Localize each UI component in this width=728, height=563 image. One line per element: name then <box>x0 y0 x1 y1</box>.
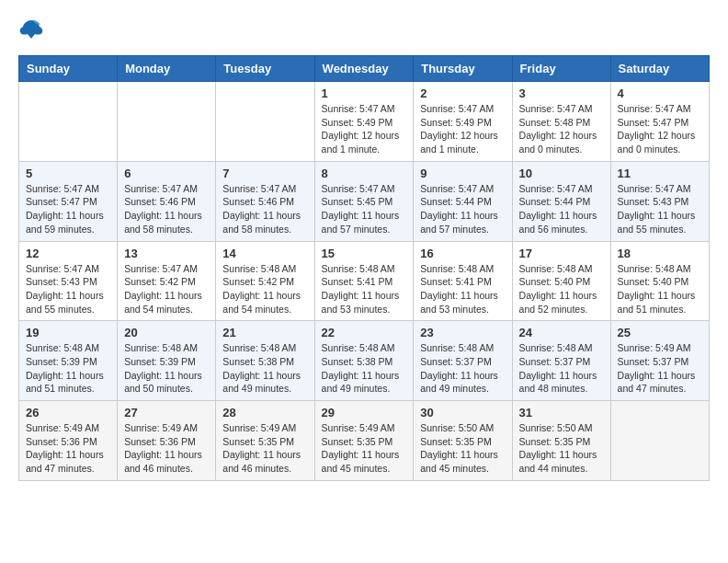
calendar-table: SundayMondayTuesdayWednesdayThursdayFrid… <box>18 55 710 481</box>
day-number: 1 <box>322 86 407 100</box>
weekday-header-monday: Monday <box>118 56 216 82</box>
day-number: 15 <box>322 247 407 260</box>
day-number: 2 <box>420 86 505 100</box>
calendar-cell: 5Sunrise: 5:47 AMSunset: 5:47 PMDaylight… <box>19 161 118 241</box>
calendar-cell: 12Sunrise: 5:47 AMSunset: 5:43 PMDayligh… <box>19 241 118 321</box>
day-number: 24 <box>519 326 604 339</box>
day-number: 7 <box>222 167 307 180</box>
day-info: Sunrise: 5:48 AMSunset: 5:41 PMDaylight:… <box>322 262 407 316</box>
day-info: Sunrise: 5:48 AMSunset: 5:41 PMDaylight:… <box>420 262 505 316</box>
day-number: 10 <box>519 167 604 180</box>
day-info: Sunrise: 5:48 AMSunset: 5:42 PMDaylight:… <box>222 262 307 316</box>
day-info: Sunrise: 5:47 AMSunset: 5:46 PMDaylight:… <box>124 182 209 236</box>
day-info: Sunrise: 5:49 AMSunset: 5:35 PMDaylight:… <box>322 421 407 476</box>
day-info: Sunrise: 5:48 AMSunset: 5:39 PMDaylight:… <box>124 341 209 396</box>
page-header <box>18 18 710 40</box>
calendar-week-row: 5Sunrise: 5:47 AMSunset: 5:47 PMDaylight… <box>19 161 710 241</box>
weekday-header-wednesday: Wednesday <box>314 56 414 82</box>
calendar-cell: 18Sunrise: 5:48 AMSunset: 5:40 PMDayligh… <box>610 241 709 321</box>
calendar-cell: 19Sunrise: 5:48 AMSunset: 5:39 PMDayligh… <box>19 321 118 401</box>
day-number: 6 <box>124 167 209 180</box>
calendar-cell: 1Sunrise: 5:47 AMSunset: 5:49 PMDaylight… <box>314 82 414 162</box>
calendar-header-row: SundayMondayTuesdayWednesdayThursdayFrid… <box>19 56 710 82</box>
calendar-cell: 24Sunrise: 5:48 AMSunset: 5:37 PMDayligh… <box>512 321 610 401</box>
day-number: 26 <box>26 406 110 419</box>
day-number: 3 <box>519 86 604 100</box>
calendar-cell: 23Sunrise: 5:48 AMSunset: 5:37 PMDayligh… <box>414 321 512 401</box>
calendar-cell: 10Sunrise: 5:47 AMSunset: 5:44 PMDayligh… <box>512 161 610 241</box>
day-number: 17 <box>519 247 604 260</box>
day-info: Sunrise: 5:48 AMSunset: 5:40 PMDaylight:… <box>519 262 604 316</box>
day-info: Sunrise: 5:47 AMSunset: 5:49 PMDaylight:… <box>322 102 407 156</box>
day-number: 19 <box>26 326 110 339</box>
calendar-week-row: 12Sunrise: 5:47 AMSunset: 5:43 PMDayligh… <box>19 241 710 321</box>
day-number: 18 <box>618 247 702 260</box>
day-number: 31 <box>519 406 604 419</box>
calendar-cell: 28Sunrise: 5:49 AMSunset: 5:35 PMDayligh… <box>216 401 314 481</box>
calendar-week-row: 1Sunrise: 5:47 AMSunset: 5:49 PMDaylight… <box>19 82 710 162</box>
day-info: Sunrise: 5:47 AMSunset: 5:45 PMDaylight:… <box>322 182 407 236</box>
day-number: 5 <box>26 167 110 180</box>
day-number: 25 <box>618 326 702 339</box>
day-number: 23 <box>420 326 505 339</box>
day-number: 27 <box>124 406 209 419</box>
day-info: Sunrise: 5:47 AMSunset: 5:44 PMDaylight:… <box>420 182 505 236</box>
calendar-cell: 17Sunrise: 5:48 AMSunset: 5:40 PMDayligh… <box>512 241 610 321</box>
day-info: Sunrise: 5:48 AMSunset: 5:38 PMDaylight:… <box>222 341 307 396</box>
calendar-cell: 13Sunrise: 5:47 AMSunset: 5:42 PMDayligh… <box>118 241 216 321</box>
weekday-header-saturday: Saturday <box>610 56 709 82</box>
calendar-cell: 14Sunrise: 5:48 AMSunset: 5:42 PMDayligh… <box>216 241 314 321</box>
calendar-week-row: 19Sunrise: 5:48 AMSunset: 5:39 PMDayligh… <box>19 321 710 401</box>
day-number: 22 <box>322 326 407 339</box>
day-number: 29 <box>322 406 407 419</box>
calendar-cell: 16Sunrise: 5:48 AMSunset: 5:41 PMDayligh… <box>414 241 512 321</box>
day-number: 9 <box>420 167 505 180</box>
calendar-cell: 30Sunrise: 5:50 AMSunset: 5:35 PMDayligh… <box>414 401 512 481</box>
day-number: 28 <box>222 406 307 419</box>
calendar-cell <box>19 82 118 162</box>
day-number: 20 <box>124 326 209 339</box>
day-number: 14 <box>222 247 307 260</box>
day-info: Sunrise: 5:47 AMSunset: 5:47 PMDaylight:… <box>26 182 110 236</box>
logo-bird-icon <box>18 18 44 40</box>
weekday-header-friday: Friday <box>512 56 610 82</box>
calendar-cell: 15Sunrise: 5:48 AMSunset: 5:41 PMDayligh… <box>314 241 414 321</box>
calendar-cell: 29Sunrise: 5:49 AMSunset: 5:35 PMDayligh… <box>314 401 414 481</box>
calendar-week-row: 26Sunrise: 5:49 AMSunset: 5:36 PMDayligh… <box>19 401 710 481</box>
weekday-header-tuesday: Tuesday <box>216 56 314 82</box>
day-info: Sunrise: 5:48 AMSunset: 5:37 PMDaylight:… <box>519 341 604 396</box>
weekday-header-sunday: Sunday <box>19 56 118 82</box>
calendar-cell: 27Sunrise: 5:49 AMSunset: 5:36 PMDayligh… <box>118 401 216 481</box>
calendar-cell <box>118 82 216 162</box>
day-number: 21 <box>222 326 307 339</box>
day-info: Sunrise: 5:47 AMSunset: 5:42 PMDaylight:… <box>124 262 209 316</box>
day-info: Sunrise: 5:50 AMSunset: 5:35 PMDaylight:… <box>420 421 505 476</box>
logo <box>18 18 48 40</box>
day-info: Sunrise: 5:49 AMSunset: 5:37 PMDaylight:… <box>618 341 702 396</box>
day-info: Sunrise: 5:50 AMSunset: 5:35 PMDaylight:… <box>519 421 604 476</box>
weekday-header-thursday: Thursday <box>414 56 512 82</box>
day-number: 12 <box>26 247 110 260</box>
day-number: 30 <box>420 406 505 419</box>
day-info: Sunrise: 5:49 AMSunset: 5:36 PMDaylight:… <box>124 421 209 476</box>
day-info: Sunrise: 5:48 AMSunset: 5:40 PMDaylight:… <box>618 262 702 316</box>
day-info: Sunrise: 5:49 AMSunset: 5:36 PMDaylight:… <box>26 421 110 476</box>
day-number: 16 <box>420 247 505 260</box>
calendar-cell: 21Sunrise: 5:48 AMSunset: 5:38 PMDayligh… <box>216 321 314 401</box>
calendar-cell: 3Sunrise: 5:47 AMSunset: 5:48 PMDaylight… <box>512 82 610 162</box>
calendar-cell: 6Sunrise: 5:47 AMSunset: 5:46 PMDaylight… <box>118 161 216 241</box>
day-info: Sunrise: 5:47 AMSunset: 5:43 PMDaylight:… <box>618 182 702 236</box>
calendar-cell <box>610 401 709 481</box>
day-number: 11 <box>618 167 702 180</box>
day-info: Sunrise: 5:48 AMSunset: 5:39 PMDaylight:… <box>26 341 110 396</box>
calendar-cell: 20Sunrise: 5:48 AMSunset: 5:39 PMDayligh… <box>118 321 216 401</box>
day-info: Sunrise: 5:49 AMSunset: 5:35 PMDaylight:… <box>222 421 307 476</box>
calendar-cell: 26Sunrise: 5:49 AMSunset: 5:36 PMDayligh… <box>19 401 118 481</box>
day-info: Sunrise: 5:48 AMSunset: 5:37 PMDaylight:… <box>420 341 505 396</box>
calendar-cell: 9Sunrise: 5:47 AMSunset: 5:44 PMDaylight… <box>414 161 512 241</box>
calendar-cell: 7Sunrise: 5:47 AMSunset: 5:46 PMDaylight… <box>216 161 314 241</box>
day-info: Sunrise: 5:47 AMSunset: 5:44 PMDaylight:… <box>519 182 604 236</box>
calendar-cell: 31Sunrise: 5:50 AMSunset: 5:35 PMDayligh… <box>512 401 610 481</box>
calendar-cell: 2Sunrise: 5:47 AMSunset: 5:49 PMDaylight… <box>414 82 512 162</box>
day-info: Sunrise: 5:47 AMSunset: 5:49 PMDaylight:… <box>420 102 505 156</box>
